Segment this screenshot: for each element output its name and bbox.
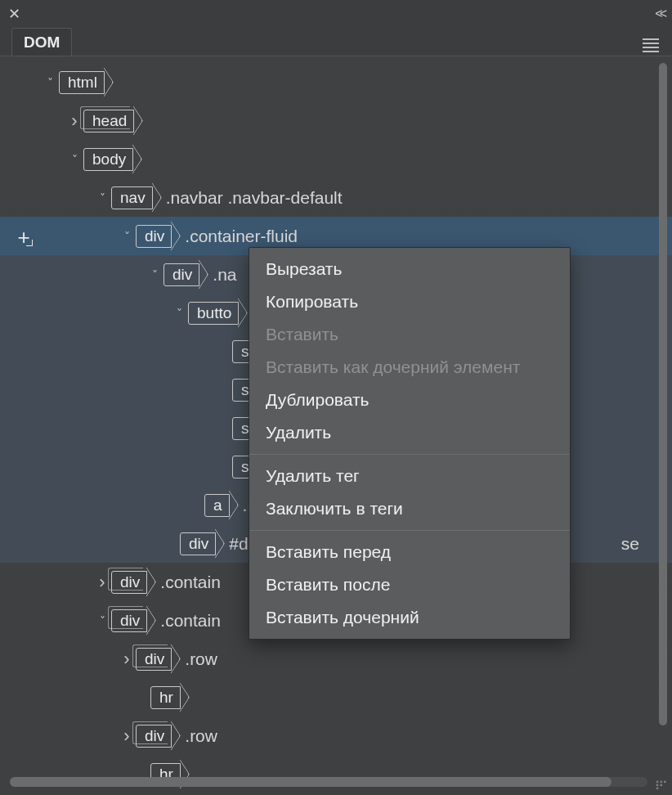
- element-classes: .row: [185, 649, 217, 669]
- chevron-down-icon[interactable]: ˅: [146, 268, 164, 281]
- element-classes: .contain: [160, 573, 221, 592]
- element-tag[interactable]: div: [164, 263, 199, 286]
- context-menu-item[interactable]: Удалить: [249, 416, 570, 449]
- element-classes: .contain: [160, 611, 221, 631]
- chevron-down-icon[interactable]: ˅: [170, 307, 188, 320]
- element-tag[interactable]: butto: [188, 302, 239, 325]
- element-tag[interactable]: nav: [111, 186, 153, 209]
- tree-node[interactable]: ›div.row: [0, 640, 672, 678]
- chevron-down-icon[interactable]: ˅: [118, 230, 136, 243]
- context-menu-item: Вставить как дочерний элемент: [249, 351, 570, 384]
- horizontal-scrollbar-thumb[interactable]: [10, 777, 612, 787]
- element-tag[interactable]: div: [111, 609, 147, 632]
- titlebar: ✕ <<: [0, 0, 672, 28]
- element-classes: .container-fluid: [185, 227, 298, 246]
- element-classes: .na: [213, 265, 236, 285]
- tree-node[interactable]: hr: [0, 755, 672, 793]
- tree-node[interactable]: ›head: [0, 101, 672, 140]
- tab-dom[interactable]: DOM: [11, 28, 72, 56]
- context-menu-separator: [249, 530, 570, 531]
- element-tag[interactable]: div: [136, 725, 172, 748]
- element-tag[interactable]: a: [204, 494, 230, 517]
- tree-node[interactable]: ›div.row: [0, 716, 672, 755]
- tree-node[interactable]: hr: [0, 678, 672, 716]
- close-icon[interactable]: ✕: [8, 5, 20, 23]
- element-tag[interactable]: head: [83, 110, 134, 132]
- element-classes: .navbar .navbar-default: [166, 188, 343, 208]
- collapse-panel-icon[interactable]: <<: [655, 7, 664, 21]
- vertical-scrollbar[interactable]: [659, 63, 667, 742]
- context-menu[interactable]: ВырезатьКопироватьВставитьВставить как д…: [249, 247, 571, 640]
- vertical-scrollbar-thumb[interactable]: [659, 63, 667, 725]
- tree-node[interactable]: ˅html: [0, 63, 672, 101]
- chevron-down-icon[interactable]: ˅: [93, 191, 111, 204]
- dom-panel: ˅html›head˅body˅nav.navbar .navbar-defau…: [0, 56, 672, 795]
- element-tag[interactable]: div: [180, 532, 216, 555]
- element-tag[interactable]: div: [136, 225, 172, 248]
- context-menu-separator: [249, 454, 570, 455]
- context-menu-item[interactable]: Вставить перед: [249, 536, 570, 568]
- context-menu-item[interactable]: Вставить дочерний: [249, 601, 570, 634]
- resize-grip-icon[interactable]: ▪▪▪▪▪▪: [656, 780, 667, 790]
- element-classes: #d: [229, 534, 248, 554]
- context-menu-item[interactable]: Удалить тег: [249, 460, 570, 492]
- element-tag[interactable]: div: [111, 571, 147, 594]
- element-tag[interactable]: html: [59, 71, 105, 94]
- element-tag[interactable]: div: [136, 648, 172, 671]
- context-menu-item: Вставить: [249, 318, 570, 351]
- horizontal-scrollbar[interactable]: [10, 777, 647, 787]
- element-tag[interactable]: hr: [150, 686, 181, 709]
- tree-node[interactable]: ˅body: [0, 140, 672, 178]
- element-classes-trailing: se: [621, 534, 639, 554]
- context-menu-item[interactable]: Копировать: [249, 285, 570, 318]
- context-menu-item[interactable]: Дублировать: [249, 384, 570, 416]
- chevron-down-icon[interactable]: ˅: [41, 76, 59, 89]
- chevron-down-icon[interactable]: ˅: [65, 153, 83, 166]
- context-menu-item[interactable]: Заключить в теги: [249, 492, 570, 525]
- panel-menu-icon[interactable]: [639, 35, 662, 56]
- element-tag[interactable]: body: [83, 148, 133, 171]
- context-menu-item[interactable]: Вырезать: [249, 253, 570, 285]
- element-classes: .row: [185, 726, 217, 746]
- tabbar: DOM: [0, 28, 672, 56]
- tree-node[interactable]: ˅nav.navbar .navbar-default: [0, 178, 672, 217]
- context-menu-item[interactable]: Вставить после: [249, 568, 570, 601]
